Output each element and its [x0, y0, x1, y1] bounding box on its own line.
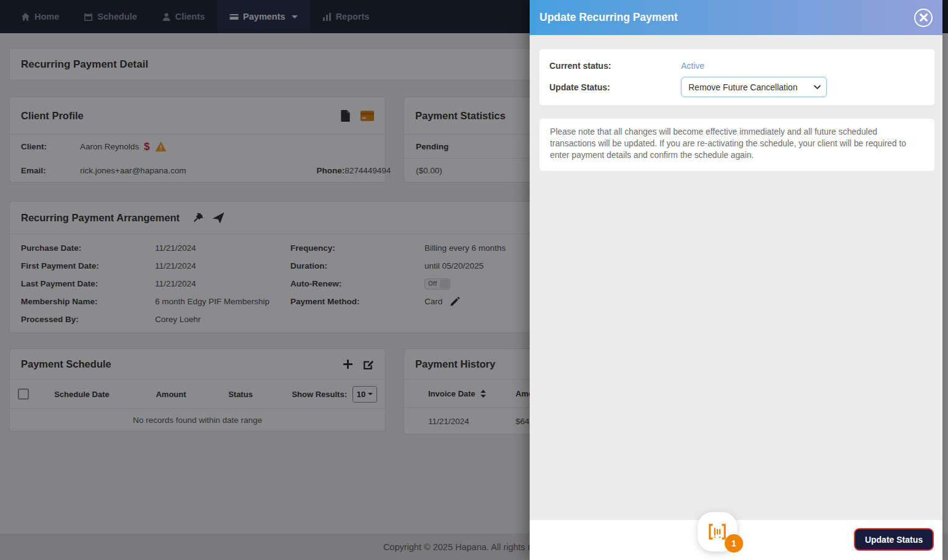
update-recurring-payment-modal: Update Recurring Payment Current status:… — [530, 0, 942, 560]
close-icon — [920, 14, 928, 22]
note-text: Please note that all changes will become… — [550, 127, 906, 160]
current-status-label: Current status: — [549, 61, 681, 71]
status-card: Current status: Active Update Status: Re… — [540, 49, 934, 105]
current-status-row: Current status: Active — [549, 57, 925, 74]
barcode-fab[interactable]: 1 — [698, 512, 737, 551]
update-status-button[interactable]: Update Status — [854, 528, 934, 551]
modal-header: Update Recurring Payment — [530, 0, 942, 35]
update-status-select[interactable]: Remove Future Cancellation — [682, 77, 826, 97]
update-status-label: Update Status: — [549, 82, 681, 92]
update-status-row: Update Status: Remove Future Cancellatio… — [549, 77, 925, 97]
note-card: Please note that all changes will become… — [540, 119, 934, 171]
notification-badge: 1 — [725, 534, 743, 553]
current-status-value: Active — [681, 61, 704, 71]
update-status-select-wrap: Remove Future Cancellation — [681, 77, 827, 97]
close-button[interactable] — [914, 9, 933, 27]
app-root: Home Schedule Clients Payments Reports R… — [0, 0, 948, 560]
modal-title: Update Recurring Payment — [540, 11, 678, 24]
